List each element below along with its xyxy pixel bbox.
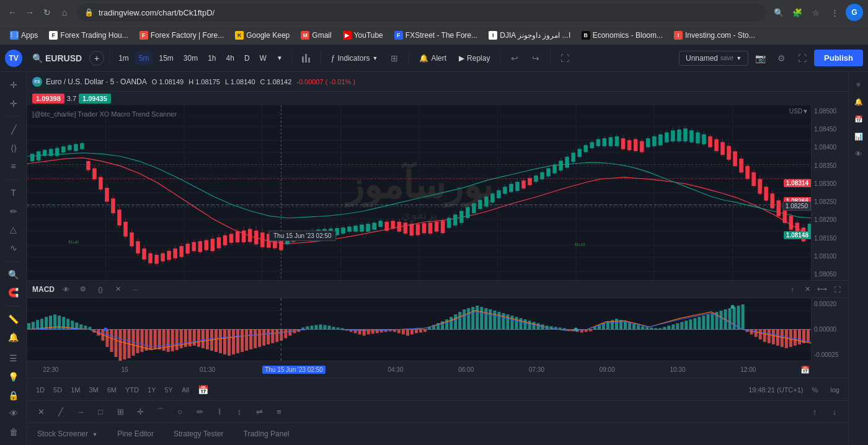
ideas-icon[interactable]: 💡 bbox=[4, 369, 24, 385]
range-5d[interactable]: 5D bbox=[50, 383, 66, 397]
drawing-parallel[interactable]: ≡ bbox=[270, 403, 288, 421]
bookmark-fxstreet[interactable]: F FXStreet - The Fore... bbox=[389, 29, 482, 42]
calendar-icon[interactable]: 📅 bbox=[800, 366, 810, 374]
drawing-tool[interactable]: ⟨⟩ bbox=[4, 140, 24, 156]
timeframe-30m[interactable]: 30m bbox=[180, 51, 202, 65]
back-button[interactable]: ← bbox=[5, 5, 20, 20]
macd-close-button-2[interactable]: ✕ bbox=[801, 283, 813, 296]
right-panel-calendar[interactable]: 📅 bbox=[851, 112, 866, 126]
bookmark-forex-trading[interactable]: F Forex Trading Hou... bbox=[44, 29, 133, 42]
range-5y[interactable]: 5Y bbox=[161, 383, 176, 397]
right-panel-alert[interactable]: 🔔 bbox=[851, 94, 866, 109]
layouts-button[interactable]: ⊞ bbox=[385, 49, 404, 68]
tab-strategy-tester[interactable]: Strategy Tester bbox=[164, 425, 233, 444]
address-bar[interactable]: 🔒 tradingview.com/chart/bCk1ftpD/ bbox=[77, 4, 766, 21]
trendline-tool[interactable]: ╱ bbox=[4, 121, 24, 138]
range-3m[interactable]: 3M bbox=[85, 383, 102, 397]
timeframe-5m[interactable]: 5m bbox=[135, 51, 153, 65]
macd-close-button[interactable]: ✕ bbox=[112, 283, 124, 296]
macd-canvas[interactable] bbox=[27, 298, 811, 361]
drawing-collapse-up[interactable]: ↑ bbox=[806, 403, 823, 421]
refresh-button[interactable]: ↻ bbox=[40, 5, 55, 20]
drawing-ellipse[interactable]: ○ bbox=[171, 403, 188, 421]
drawing-cursor[interactable]: ✕ bbox=[32, 403, 50, 421]
right-panel-data[interactable]: 📊 bbox=[851, 129, 866, 144]
alert-line-tool[interactable]: 🔔 bbox=[4, 330, 24, 346]
drawing-curve[interactable]: ⌇ bbox=[211, 403, 228, 421]
drawing-pitchfork[interactable]: ⇌ bbox=[250, 403, 268, 421]
bookmark-apps[interactable]: ⋮⋮ Apps bbox=[5, 29, 43, 42]
timeframe-1h[interactable]: 1h bbox=[204, 51, 219, 65]
drawing-grid[interactable]: ⊞ bbox=[112, 403, 129, 421]
timeframe-d[interactable]: D bbox=[241, 51, 254, 65]
zoom-tool[interactable]: 🔍 bbox=[4, 267, 24, 283]
range-1y[interactable]: 1Y bbox=[144, 383, 159, 397]
bookmark-gmail[interactable]: M Gmail bbox=[296, 29, 336, 42]
publish-button[interactable]: Publish bbox=[814, 50, 863, 66]
bookmark-google-keep[interactable]: K Google Keep bbox=[230, 29, 294, 42]
drawing-crosshair[interactable]: ✛ bbox=[131, 403, 149, 421]
range-1d[interactable]: 1D bbox=[32, 383, 48, 397]
eye-icon[interactable]: 👁 bbox=[4, 405, 24, 421]
add-symbol-button[interactable]: + bbox=[89, 51, 104, 66]
ruler-tool[interactable]: 📏 bbox=[4, 311, 24, 327]
macd-collapse-button[interactable]: {} bbox=[94, 283, 107, 296]
home-button[interactable]: ⌂ bbox=[57, 5, 72, 20]
macd-expand-button[interactable]: ⟷ bbox=[816, 283, 828, 296]
macd-more-button[interactable]: ··· bbox=[129, 283, 141, 296]
chart-type-button[interactable] bbox=[297, 49, 316, 68]
timeframe-15m[interactable]: 15m bbox=[155, 51, 177, 65]
delete-icon[interactable]: 🗑 bbox=[4, 424, 24, 440]
fullscreen-button[interactable]: ⛶ bbox=[556, 49, 574, 68]
percent-toggle[interactable]: % bbox=[808, 384, 822, 395]
alert-button[interactable]: 🔔 Alert bbox=[414, 51, 451, 65]
timeframe-1m[interactable]: 1m bbox=[115, 51, 133, 65]
bookmark-investing[interactable]: I Investing.com - Sto... bbox=[669, 29, 760, 42]
log-toggle[interactable]: log bbox=[826, 384, 843, 395]
timeframe-4h[interactable]: 4h bbox=[223, 51, 238, 65]
cursor-tool[interactable]: ✛ bbox=[4, 77, 24, 93]
magnet-tool[interactable]: 🧲 bbox=[4, 284, 24, 301]
redo-button[interactable]: ↪ bbox=[526, 49, 545, 68]
camera-button[interactable]: 📷 bbox=[751, 49, 769, 68]
macd-settings-button[interactable]: ⚙ bbox=[77, 283, 89, 296]
bookmark-icon[interactable]: ☆ bbox=[808, 5, 823, 20]
tab-trading-panel[interactable]: Trading Panel bbox=[234, 425, 299, 444]
replay-button[interactable]: ▶ Replay bbox=[454, 51, 495, 65]
bookmark-forex-factory[interactable]: F Forex Factory | Fore... bbox=[135, 29, 229, 42]
drawing-collapse-down[interactable]: ↓ bbox=[826, 403, 843, 421]
indicators-button[interactable]: ƒ Indicators ▼ bbox=[326, 51, 383, 65]
unnamed-button[interactable]: Unnamed save ▼ bbox=[679, 51, 748, 66]
macd-visibility-toggle[interactable]: 👁 bbox=[60, 283, 72, 296]
drawing-vertical[interactable]: ↕ bbox=[231, 403, 248, 421]
range-ytd[interactable]: YTD bbox=[122, 383, 143, 397]
range-all[interactable]: All bbox=[178, 383, 193, 397]
brush-tool[interactable]: ✏ bbox=[4, 203, 24, 219]
right-panel-eye[interactable]: 👁 bbox=[851, 146, 866, 161]
symbol-selector[interactable]: 🔍 EURUSD bbox=[27, 51, 87, 66]
right-panel-settings[interactable]: ≡ bbox=[851, 77, 866, 92]
timeframe-w[interactable]: W bbox=[256, 51, 270, 65]
bookmark-bloomberg[interactable]: B Economics - Bloom... bbox=[577, 29, 668, 42]
range-calendar[interactable]: 📅 bbox=[194, 383, 212, 397]
lock-icon[interactable]: 🔒 bbox=[4, 387, 24, 403]
settings-button[interactable]: ⚙ bbox=[772, 49, 790, 68]
path-tool[interactable]: ∿ bbox=[4, 240, 24, 256]
bookmark-youtube[interactable]: ▶ YouTube bbox=[338, 29, 388, 42]
drawing-pencil[interactable]: ✏ bbox=[191, 403, 208, 421]
macd-up-button[interactable]: ↑ bbox=[786, 283, 799, 296]
text-tool[interactable]: T bbox=[4, 185, 24, 201]
chart-canvas[interactable]: [@btc_charlie] Trader XO Macro Trend Sca… bbox=[27, 105, 811, 280]
watchlist-icon[interactable]: ☰ bbox=[4, 350, 24, 366]
drawing-ray[interactable]: → bbox=[72, 403, 89, 421]
extension-icon[interactable]: 🧩 bbox=[790, 5, 805, 20]
drawing-line[interactable]: ╱ bbox=[52, 403, 69, 421]
search-icon[interactable]: 🔍 bbox=[771, 5, 786, 20]
timeframe-dropdown[interactable]: ▼ bbox=[273, 52, 286, 64]
drawing-rect[interactable]: □ bbox=[92, 403, 109, 421]
bookmark-djia[interactable]: I DJIA ا... امروز داوجونز bbox=[484, 29, 575, 42]
forward-button[interactable]: → bbox=[22, 5, 37, 20]
shapes-tool[interactable]: △ bbox=[4, 222, 24, 238]
undo-button[interactable]: ↩ bbox=[505, 49, 524, 68]
expand-button[interactable]: ⛶ bbox=[793, 49, 812, 68]
